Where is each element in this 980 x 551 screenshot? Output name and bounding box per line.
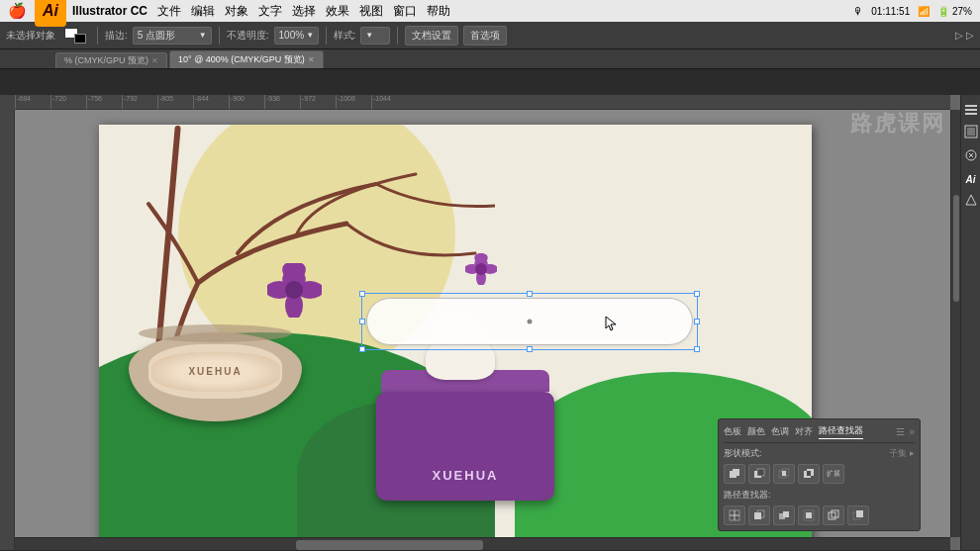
menu-object[interactable]: 对象 [225,3,248,20]
svg-rect-61 [965,109,977,111]
properties-icon[interactable]: Ai [966,174,976,185]
menu-effect[interactable]: 效果 [326,3,349,20]
svg-rect-43 [782,471,786,476]
panel-tab-align[interactable]: 对齐 [795,425,813,438]
pathfinder-section: 路径查找器: [724,489,915,525]
artboards-icon[interactable] [964,125,978,140]
battery-icon: 🔋 27% [937,6,972,17]
expand-btn[interactable]: 子集 ▸ [889,447,915,460]
ai-app-icon: Ai [35,0,66,27]
pathfinder-panel: 色板 颜色 色调 对齐 路径查找器 ☰ » 形状模式: 子集 ▸ [718,418,921,531]
svg-rect-62 [965,105,977,107]
tab-2-close[interactable]: ✕ [308,55,315,64]
canvas-area: -684 -720 -756 -792 -805 -844 -900 -936 … [0,95,960,551]
cursor [604,315,618,336]
prefs-btn[interactable]: 首选项 [463,26,507,46]
ruler-horizontal: -684 -720 -756 -792 -805 -844 -900 -936 … [15,95,950,110]
scrollbar-horizontal[interactable] [15,537,950,551]
flower-left [267,263,322,318]
menu-select[interactable]: 选择 [292,3,316,20]
compact-product: XUEHUA [129,332,302,421]
unite-btn[interactable] [724,464,745,484]
menu-view[interactable]: 视图 [359,3,383,20]
libraries-icon[interactable] [964,193,978,211]
fill-stroke-indicator [64,28,86,44]
menu-help[interactable]: 帮助 [427,3,450,20]
menu-file[interactable]: 文件 [157,3,181,20]
shape-mode-buttons: 扩展 [724,464,915,484]
menu-items: 文件 编辑 对象 文字 选择 效果 视图 窗口 帮助 [157,3,450,20]
svg-rect-46 [807,471,811,476]
svg-rect-60 [965,113,977,115]
svg-rect-38 [733,469,739,476]
intersect-btn[interactable] [773,464,795,484]
mac-menu-bar: 🍎 Ai Illustrator CC 文件 编辑 对象 文字 选择 效果 视图… [0,0,980,22]
sep2 [219,27,220,45]
pathfinder-buttons [724,505,915,525]
artboard: XUEHUA XUEHUA [99,125,812,550]
menu-text[interactable]: 文字 [258,3,282,20]
opacity-label: 不透明度: [227,29,269,43]
scrollbar-v-thumb[interactable] [953,195,959,302]
svg-point-36 [475,263,487,275]
panel-expand[interactable]: » [909,426,915,437]
svg-rect-54 [806,512,812,518]
panel-tab-swatches[interactable]: 色板 [724,425,741,438]
panel-tab-color[interactable]: 颜色 [747,425,765,438]
pill-center-point [528,320,533,324]
exclude-btn[interactable] [798,464,820,484]
merge-btn[interactable] [773,505,795,525]
ruler-vertical [0,110,15,551]
pathfinder-label: 路径查找器: [724,489,915,502]
flower-right [465,253,497,285]
panel-tab-tone[interactable]: 色调 [771,425,789,438]
divide-btn[interactable] [724,505,745,525]
svg-rect-64 [967,128,975,136]
right-panel: Ai [960,95,980,551]
minus-front-btn[interactable] [748,464,770,484]
tab-bar: % (CMYK/GPU 预览) ✕ 10° @ 400% (CMYK/GPU 预… [0,49,980,69]
doc-settings-btn[interactable]: 文档设置 [405,26,458,46]
tab-1-close[interactable]: ✕ [151,56,158,65]
sep1 [97,27,98,45]
pill-shape[interactable] [366,298,693,345]
ruler-h-ticks: -684 -720 -756 -792 -805 -844 -900 -936 … [15,95,407,109]
outline-btn[interactable] [823,505,844,525]
tab-2[interactable]: 10° @ 400% (CMYK/GPU 预览) ✕ [169,50,324,68]
main-workspace: + T [0,95,980,551]
control-bar: 未选择对象 描边: 5 点圆形 ▼ 不透明度: 100% ▼ 样式: ▼ 文档设… [0,22,980,49]
ruler-corner [0,95,15,110]
svg-rect-53 [783,511,789,517]
stroke-label: 描边: [105,29,128,43]
menu-window[interactable]: 窗口 [393,3,417,20]
panel-tab-pathfinder[interactable]: 路径查找器 [819,424,863,439]
artboard-container: XUEHUA XUEHUA [15,110,950,551]
panel-tab-bar: 色板 颜色 色调 对齐 路径查找器 ☰ » [724,424,915,443]
svg-rect-59 [856,510,863,517]
svg-point-29 [285,281,303,299]
wifi-icon: 📶 [918,6,930,17]
crop-btn[interactable] [798,505,820,525]
apple-menu[interactable]: 🍎 [8,2,27,20]
menu-edit[interactable]: 编辑 [191,3,215,20]
trim-btn[interactable] [748,505,770,525]
jar-text: XUEHUA [433,468,499,483]
selection-label: 未选择对象 [6,29,55,43]
panel-menu[interactable]: ☰ [896,426,905,437]
sep3 [326,27,327,45]
appearance-icon[interactable] [964,148,978,166]
minus-back-btn[interactable] [847,505,869,525]
layers-icon[interactable] [964,103,978,117]
scrollbar-vertical[interactable] [950,110,960,537]
opacity-input[interactable]: 100% ▼ [274,27,319,45]
siri-icon: 🎙 [853,6,863,17]
compact-text: XUEHUA [188,366,242,377]
svg-rect-40 [757,469,764,476]
style-dropdown[interactable]: ▼ [360,27,390,45]
time-display: 01:11:51 [871,6,910,17]
expand-shape-btn[interactable]: 扩展 [823,464,844,484]
stroke-dropdown[interactable]: 5 点圆形 ▼ [133,27,212,45]
tab-1[interactable]: % (CMYK/GPU 预览) ✕ [55,52,167,68]
scrollbar-h-thumb[interactable] [296,540,483,550]
sep4 [397,27,398,45]
